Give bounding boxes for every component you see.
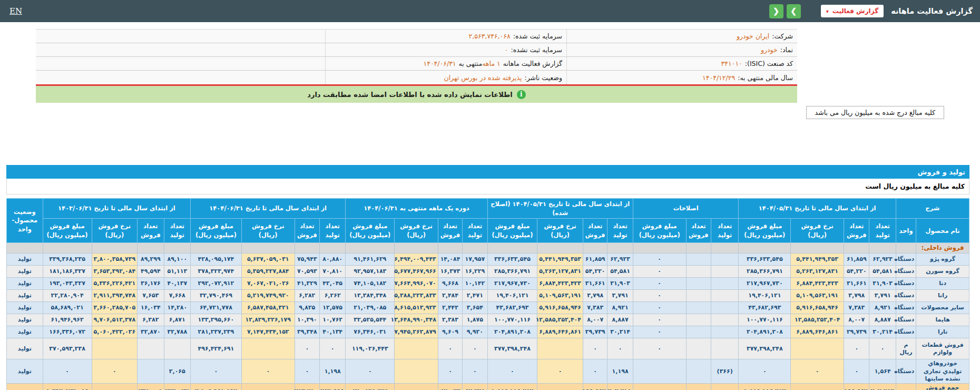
value-cell: ۳۳۶,۶۳۳,۵۴۵ xyxy=(739,253,791,266)
value-cell: ۸,۹۲۱ xyxy=(607,302,633,314)
value-cell: ۱۹۳,۰۴۳,۳۲۷ xyxy=(43,278,92,290)
value-cell xyxy=(43,243,92,253)
value-cell xyxy=(711,326,739,338)
fiscal-year-label: سال مالی منتهی به: xyxy=(738,74,793,82)
value-cell: ۹,۷۰۶,۵۱۲,۳۷۸ xyxy=(92,314,138,326)
report-type-dropdown[interactable]: گزارش فعالیت ▾ xyxy=(821,5,884,17)
isic-label: کد صنعت (ISIC): xyxy=(745,60,793,67)
header-product-status: وضعیت محصول- واحد xyxy=(7,199,43,243)
unregistered-capital-label: سرمایه ثبت نشده: xyxy=(511,46,562,54)
value-cell: ۲۹۲,۰۷۲,۹۱۲ xyxy=(191,278,242,290)
value-cell: ۷,۱۴۷,۴۳۴,۱۵۲ xyxy=(241,326,295,338)
value-cell xyxy=(138,359,164,384)
header-production-count: تعداد تولید xyxy=(869,219,896,243)
next-report-button[interactable]: ❯ xyxy=(787,4,801,18)
value-cell: ۳۷۰,۵۹۳,۲۳۸ xyxy=(43,338,92,359)
value-cell: ۱۶,۲۲۹ xyxy=(463,266,487,278)
value-cell xyxy=(686,359,711,384)
value-cell: ۱۲,۵۷۵ xyxy=(320,302,346,314)
value-cell: ۳۱,۹۰۳ xyxy=(869,278,896,290)
product-status-cell: تولید xyxy=(7,302,43,314)
value-cell: ۴۱,۳۲۹ xyxy=(295,278,319,290)
value-cell: ۰ xyxy=(438,359,462,384)
amounts-note-box: کلیه مبالغ درج شده به میلیون ریال می باش… xyxy=(806,106,944,119)
value-cell xyxy=(92,243,138,253)
table-row: تارادستگاه۳۰,۲۱۴۲۹,۷۳۹۶,۸۸۹,۶۴۶,۸۶۱۲۰۴,۸… xyxy=(7,326,969,338)
report-period: ۱ ماهه xyxy=(482,60,501,67)
value-cell: ۵۸,۶۸۹,۰۲۱ xyxy=(43,302,92,314)
value-cell xyxy=(739,243,791,253)
header-group-corrections: اصلاحات xyxy=(633,199,739,219)
report-type-dropdown-label: گزارش فعالیت xyxy=(832,7,878,15)
value-cell: ۵۲۰,۸۴۵,۴۴۵ xyxy=(346,384,395,390)
product-status-cell: تولید xyxy=(7,314,43,326)
value-cell: ۰ xyxy=(241,359,295,384)
language-switch-link[interactable]: EN xyxy=(9,6,22,16)
value-cell xyxy=(869,243,896,253)
value-cell: ۵,۶۷۷,۴۶۷,۹۶۶ xyxy=(395,266,438,278)
value-cell: ۱۰,۳۹۰ xyxy=(295,314,319,326)
value-cell: ۵,۰۶۰,۴۲۲,۰۲۶ xyxy=(92,326,138,338)
unregistered-capital-value: ۰ xyxy=(505,46,508,54)
value-cell: ۰ xyxy=(633,266,686,278)
value-cell: ۵,۹۱۶,۶۵۸,۹۴۶ xyxy=(791,302,844,314)
value-cell xyxy=(686,243,711,253)
value-cell: ۸۹,۲۹۹ xyxy=(138,253,164,266)
report-nav-buttons: ❯ ❮ xyxy=(769,4,801,18)
product-name-cell: فروش قطعات ولوازم xyxy=(916,338,969,359)
value-cell: ۲,۴۴۲ xyxy=(438,302,462,314)
value-cell: ۵,۳۵۹,۲۲۷,۸۸۴ xyxy=(241,266,295,278)
header-sales-count: تعداد فروش xyxy=(583,219,607,243)
value-cell: ۲۲,۲۸۰,۹۰۴ xyxy=(43,290,92,302)
value-cell: ۲,۹۱۱,۳۹۴,۷۴۸ xyxy=(92,290,138,302)
header-sales-rate: نرخ فروش (ریال) xyxy=(395,219,438,243)
value-cell: ۰ xyxy=(295,359,319,384)
company-info-table: شرکت: ایران خودرو سرمایه ثبت شده: ۲,۵۶۳,… xyxy=(36,29,797,84)
table-row: سایر محصولاتدستگاه۸,۹۲۱۷,۳۸۳۵,۹۱۶,۶۵۸,۹۴… xyxy=(7,302,969,314)
value-cell: ۷,۳۸۳ xyxy=(844,302,869,314)
value-cell: ۵,۶۳۷,۰۵۹,۰۳۱ xyxy=(241,253,295,266)
value-cell: ۵۴,۵۸۱ xyxy=(869,266,896,278)
header-sales-amount: مبلغ فروش (میلیون ریال) xyxy=(191,219,242,243)
value-cell: ۰ xyxy=(487,359,537,384)
unit-cell xyxy=(896,243,916,253)
value-cell: ۰ xyxy=(191,359,242,384)
value-cell: ۵,۲۱۹,۷۴۹,۹۲۰ xyxy=(241,290,295,302)
value-cell: ۱۴,۲۸۰ xyxy=(164,302,190,314)
value-cell: ۸,۰۰۷ xyxy=(583,314,607,326)
company-value: ایران خودرو xyxy=(737,32,769,40)
value-cell: ۸۹,۱۰۰ xyxy=(164,253,190,266)
unit-cell: دستگاه xyxy=(896,266,916,278)
value-cell: ۱,۱۹۸ xyxy=(320,359,346,384)
value-cell: ۵,۴۴۱,۹۴۹,۳۵۳ xyxy=(791,253,844,266)
value-cell xyxy=(686,253,711,266)
value-cell xyxy=(686,326,711,338)
value-cell: ۰ xyxy=(633,302,686,314)
unit-cell: دستگاه xyxy=(896,314,916,326)
value-cell: ۲۰۴,۸۹۱,۲۰۸ xyxy=(487,326,537,338)
value-cell: ۰ xyxy=(791,359,844,384)
value-cell: ۱۰۰,۷۷۰,۱۱۶ xyxy=(487,314,537,326)
value-cell: ۶۱,۸۵۹ xyxy=(583,253,607,266)
publisher-status-label: وضعیت ناشر: xyxy=(524,74,562,82)
value-cell: ۸۰,۸۸۰ xyxy=(320,253,346,266)
value-cell: ۶,۸۸۴,۴۲۳,۴۲۳ xyxy=(537,278,583,290)
value-cell xyxy=(191,243,242,253)
value-cell: ۱۹,۴۰۶,۱۲۱ xyxy=(739,290,791,302)
value-cell: ۰ xyxy=(438,338,462,359)
value-cell: ۲۸۱,۲۳۷,۲۳۹ xyxy=(191,326,242,338)
value-cell: ۹,۶۰۹ xyxy=(438,326,462,338)
previous-report-button[interactable]: ❮ xyxy=(769,4,783,18)
value-cell: ۱۶۶,۳۳۶,۰۷۲ xyxy=(43,326,92,338)
value-cell xyxy=(791,384,844,390)
value-cell: ۲۹,۷۳۹ xyxy=(583,326,607,338)
value-cell: ۳,۶۵۳,۳۹۲,۰۸۴ xyxy=(92,266,138,278)
value-cell: ۳۷۸,۳۲۳,۹۷۴ xyxy=(191,266,242,278)
value-cell: ۵,۳۳۶,۲۲۶,۴۲۱ xyxy=(92,278,138,290)
value-cell: ۷,۶۶۸ xyxy=(164,290,190,302)
value-cell: ۱۳,۳۸۴,۳۴۸ xyxy=(346,290,395,302)
header-product-name: نام محصول xyxy=(916,219,969,243)
production-sales-table: شرح از ابتدای سال مالی تا تاریخ ۱۴۰۴/۰۵/… xyxy=(6,198,969,390)
info-row-1: شرکت: ایران خودرو سرمایه ثبت شده: ۲,۵۶۳,… xyxy=(36,30,797,43)
fiscal-year-value: ۱۴۰۴/۱۲/۲۹ xyxy=(702,74,735,82)
